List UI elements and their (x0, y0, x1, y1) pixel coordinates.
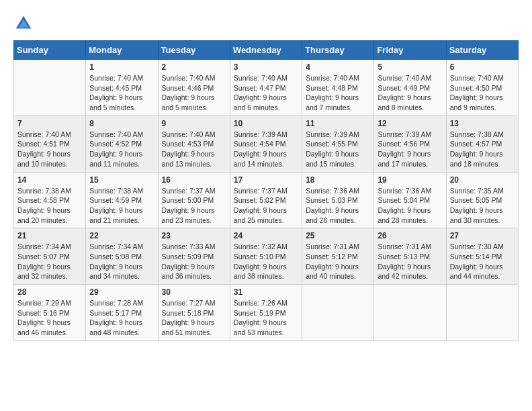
column-header-wednesday: Wednesday (230, 41, 302, 60)
calendar-cell: 24Sunrise: 7:32 AMSunset: 5:10 PMDayligh… (230, 228, 302, 285)
calendar-cell: 18Sunrise: 7:36 AMSunset: 5:03 PMDayligh… (302, 172, 374, 228)
day-info: Sunrise: 7:40 AMSunset: 4:47 PMDaylight:… (234, 73, 298, 113)
calendar-cell: 15Sunrise: 7:38 AMSunset: 4:59 PMDayligh… (86, 172, 158, 228)
calendar-cell: 26Sunrise: 7:31 AMSunset: 5:13 PMDayligh… (374, 228, 446, 285)
calendar-cell: 7Sunrise: 7:40 AMSunset: 4:51 PMDaylight… (14, 116, 86, 172)
day-number: 21 (17, 231, 82, 240)
day-number: 22 (89, 231, 154, 240)
day-info: Sunrise: 7:40 AMSunset: 4:49 PMDaylight:… (378, 73, 442, 113)
calendar-cell: 20Sunrise: 7:35 AMSunset: 5:05 PMDayligh… (446, 172, 518, 228)
day-number: 28 (17, 287, 82, 297)
day-info: Sunrise: 7:28 AMSunset: 5:17 PMDaylight:… (89, 298, 154, 338)
calendar-cell: 13Sunrise: 7:38 AMSunset: 4:57 PMDayligh… (446, 116, 518, 172)
day-info: Sunrise: 7:38 AMSunset: 4:59 PMDaylight:… (89, 186, 154, 226)
calendar-cell: 10Sunrise: 7:39 AMSunset: 4:54 PMDayligh… (230, 116, 302, 172)
day-info: Sunrise: 7:34 AMSunset: 5:08 PMDaylight:… (89, 242, 154, 281)
logo (13, 13, 36, 34)
day-number: 3 (234, 62, 298, 72)
day-number: 16 (162, 175, 226, 185)
page-header (13, 13, 519, 34)
calendar-cell: 11Sunrise: 7:39 AMSunset: 4:55 PMDayligh… (302, 116, 374, 172)
day-info: Sunrise: 7:38 AMSunset: 4:58 PMDaylight:… (17, 186, 82, 226)
day-number: 19 (378, 175, 442, 185)
day-number: 23 (162, 231, 226, 240)
day-number: 14 (17, 175, 82, 185)
day-number: 24 (234, 231, 298, 240)
calendar-cell: 19Sunrise: 7:36 AMSunset: 5:04 PMDayligh… (374, 172, 446, 228)
calendar-cell: 22Sunrise: 7:34 AMSunset: 5:08 PMDayligh… (86, 228, 158, 285)
day-info: Sunrise: 7:40 AMSunset: 4:51 PMDaylight:… (17, 130, 82, 169)
day-info: Sunrise: 7:40 AMSunset: 4:48 PMDaylight:… (306, 73, 370, 113)
day-info: Sunrise: 7:36 AMSunset: 5:03 PMDaylight:… (306, 186, 370, 226)
calendar-cell: 30Sunrise: 7:27 AMSunset: 5:18 PMDayligh… (158, 285, 230, 341)
calendar-cell (374, 285, 446, 341)
calendar-cell: 23Sunrise: 7:33 AMSunset: 5:09 PMDayligh… (158, 228, 230, 285)
calendar-cell: 2Sunrise: 7:40 AMSunset: 4:46 PMDaylight… (158, 60, 230, 116)
calendar-cell: 1Sunrise: 7:40 AMSunset: 4:45 PMDaylight… (86, 60, 158, 116)
day-number: 11 (306, 119, 370, 128)
calendar-cell (302, 285, 374, 341)
day-info: Sunrise: 7:30 AMSunset: 5:14 PMDaylight:… (450, 242, 515, 281)
day-number: 1 (89, 62, 154, 72)
calendar-cell: 25Sunrise: 7:31 AMSunset: 5:12 PMDayligh… (302, 228, 374, 285)
calendar-cell: 17Sunrise: 7:37 AMSunset: 5:02 PMDayligh… (230, 172, 302, 228)
calendar-week-2: 7Sunrise: 7:40 AMSunset: 4:51 PMDaylight… (14, 116, 519, 172)
calendar-cell (14, 60, 86, 116)
day-info: Sunrise: 7:40 AMSunset: 4:45 PMDaylight:… (89, 73, 154, 113)
day-number: 6 (450, 62, 515, 72)
day-info: Sunrise: 7:31 AMSunset: 5:12 PMDaylight:… (306, 242, 370, 281)
days-header-row: SundayMondayTuesdayWednesdayThursdayFrid… (14, 41, 519, 60)
day-number: 30 (162, 287, 226, 297)
day-info: Sunrise: 7:29 AMSunset: 5:16 PMDaylight:… (17, 298, 82, 338)
day-number: 7 (17, 119, 82, 128)
calendar-cell: 4Sunrise: 7:40 AMSunset: 4:48 PMDaylight… (302, 60, 374, 116)
day-number: 2 (162, 62, 226, 72)
day-number: 17 (234, 175, 298, 185)
calendar-header: SundayMondayTuesdayWednesdayThursdayFrid… (14, 41, 519, 60)
logo-icon (13, 13, 34, 34)
day-info: Sunrise: 7:40 AMSunset: 4:46 PMDaylight:… (162, 73, 226, 113)
calendar-cell: 8Sunrise: 7:40 AMSunset: 4:52 PMDaylight… (86, 116, 158, 172)
day-info: Sunrise: 7:36 AMSunset: 5:04 PMDaylight:… (378, 186, 442, 226)
day-number: 18 (306, 175, 370, 185)
day-number: 5 (378, 62, 442, 72)
day-info: Sunrise: 7:26 AMSunset: 5:19 PMDaylight:… (234, 298, 298, 338)
day-number: 12 (378, 119, 442, 128)
day-number: 31 (234, 287, 298, 297)
calendar-week-5: 28Sunrise: 7:29 AMSunset: 5:16 PMDayligh… (14, 285, 519, 341)
day-number: 15 (89, 175, 154, 185)
calendar-week-3: 14Sunrise: 7:38 AMSunset: 4:58 PMDayligh… (14, 172, 519, 228)
column-header-monday: Monday (86, 41, 158, 60)
calendar-cell: 31Sunrise: 7:26 AMSunset: 5:19 PMDayligh… (230, 285, 302, 341)
day-info: Sunrise: 7:37 AMSunset: 5:02 PMDaylight:… (234, 186, 298, 226)
calendar-cell: 27Sunrise: 7:30 AMSunset: 5:14 PMDayligh… (446, 228, 518, 285)
day-number: 25 (306, 231, 370, 240)
calendar-cell: 9Sunrise: 7:40 AMSunset: 4:53 PMDaylight… (158, 116, 230, 172)
day-number: 29 (89, 287, 154, 297)
calendar-week-1: 1Sunrise: 7:40 AMSunset: 4:45 PMDaylight… (14, 60, 519, 116)
calendar-cell: 3Sunrise: 7:40 AMSunset: 4:47 PMDaylight… (230, 60, 302, 116)
day-info: Sunrise: 7:40 AMSunset: 4:53 PMDaylight:… (162, 130, 226, 169)
day-info: Sunrise: 7:40 AMSunset: 4:50 PMDaylight:… (450, 73, 515, 113)
calendar-cell: 29Sunrise: 7:28 AMSunset: 5:17 PMDayligh… (86, 285, 158, 341)
day-info: Sunrise: 7:39 AMSunset: 4:55 PMDaylight:… (306, 130, 370, 169)
day-info: Sunrise: 7:40 AMSunset: 4:52 PMDaylight:… (89, 130, 154, 169)
calendar-cell: 14Sunrise: 7:38 AMSunset: 4:58 PMDayligh… (14, 172, 86, 228)
day-number: 9 (162, 119, 226, 128)
calendar-cell: 5Sunrise: 7:40 AMSunset: 4:49 PMDaylight… (374, 60, 446, 116)
day-info: Sunrise: 7:34 AMSunset: 5:07 PMDaylight:… (17, 242, 82, 281)
column-header-friday: Friday (374, 41, 446, 60)
day-number: 27 (450, 231, 515, 240)
day-info: Sunrise: 7:32 AMSunset: 5:10 PMDaylight:… (234, 242, 298, 281)
calendar-week-4: 21Sunrise: 7:34 AMSunset: 5:07 PMDayligh… (14, 228, 519, 285)
day-number: 13 (450, 119, 515, 128)
calendar-cell: 28Sunrise: 7:29 AMSunset: 5:16 PMDayligh… (14, 285, 86, 341)
day-info: Sunrise: 7:35 AMSunset: 5:05 PMDaylight:… (450, 186, 515, 226)
day-number: 10 (234, 119, 298, 128)
calendar-cell: 16Sunrise: 7:37 AMSunset: 5:00 PMDayligh… (158, 172, 230, 228)
calendar-cell: 6Sunrise: 7:40 AMSunset: 4:50 PMDaylight… (446, 60, 518, 116)
day-info: Sunrise: 7:37 AMSunset: 5:00 PMDaylight:… (162, 186, 226, 226)
day-info: Sunrise: 7:39 AMSunset: 4:56 PMDaylight:… (378, 130, 442, 169)
day-info: Sunrise: 7:38 AMSunset: 4:57 PMDaylight:… (450, 130, 515, 169)
day-number: 20 (450, 175, 515, 185)
